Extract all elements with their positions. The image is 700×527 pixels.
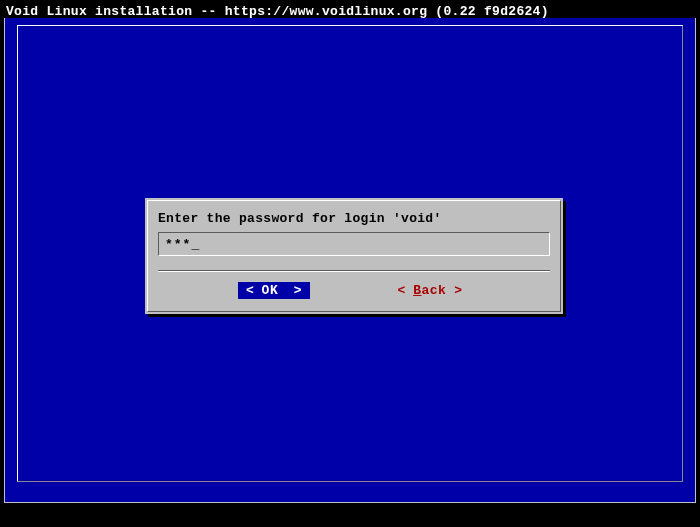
title-bar: Void Linux installation -- https://www.v… <box>4 4 696 18</box>
password-input[interactable]: ***_ <box>158 232 550 256</box>
ok-button[interactable]: < OK > <box>238 282 310 299</box>
password-dialog: Enter the password for login 'void' ***_… <box>145 198 563 314</box>
title-text: Void Linux installation -- https://www.v… <box>6 4 549 19</box>
back-button[interactable]: < Back > <box>390 282 470 299</box>
dialog-body: Enter the password for login 'void' ***_… <box>147 200 561 312</box>
text-cursor: _ <box>191 237 199 252</box>
password-masked: *** <box>165 237 191 252</box>
prompt-label: Enter the password for login 'void' <box>158 211 550 226</box>
button-row: < OK > < Back > <box>158 272 550 299</box>
installer-screen: Void Linux installation -- https://www.v… <box>4 4 696 503</box>
bottom-bar <box>4 505 696 523</box>
